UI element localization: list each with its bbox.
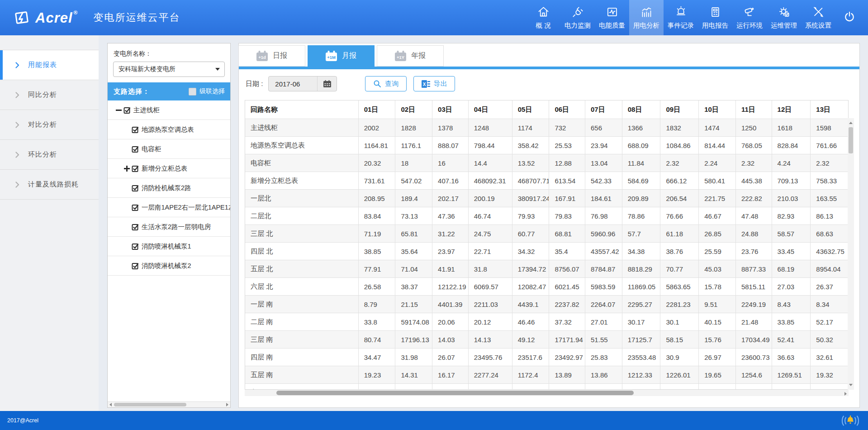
tree-horizontal-scrollbar[interactable] bbox=[108, 401, 230, 407]
nav-item-1[interactable]: 电力监测 bbox=[560, 0, 595, 35]
checked-checkbox-icon[interactable] bbox=[132, 243, 139, 250]
value-cell: 33.45 bbox=[772, 243, 811, 260]
table-horizontal-scrollbar[interactable] bbox=[245, 390, 849, 396]
value-cell: 14.4 bbox=[468, 154, 512, 172]
chevron-right-icon bbox=[15, 122, 19, 128]
calendar-icon[interactable] bbox=[317, 76, 337, 91]
scroll-down-arrow[interactable] bbox=[848, 383, 854, 389]
tree-node-7[interactable]: 消防喷淋机械泵1 bbox=[108, 237, 230, 256]
circuit-name-cell: 一层北 bbox=[245, 190, 358, 207]
value-cell: 25.53 bbox=[549, 137, 585, 154]
scroll-left-arrow[interactable] bbox=[108, 402, 114, 407]
value-cell: 407.16 bbox=[432, 172, 469, 190]
v-scrollbar-thumb[interactable] bbox=[849, 127, 853, 153]
tree-node-4[interactable]: 消防栓机械泵2路 bbox=[108, 178, 230, 198]
tree-scrollbar-thumb[interactable] bbox=[114, 403, 186, 406]
tree-node-6[interactable]: 生活水泵2路一层弱电房 bbox=[108, 217, 230, 237]
cascade-checkbox[interactable] bbox=[189, 88, 196, 96]
tree-node-0[interactable]: 主进线柜 bbox=[108, 100, 230, 120]
tab-monthly-report[interactable]: +1M 月报 bbox=[308, 45, 375, 67]
sidebar-item-2[interactable]: 对比分析 bbox=[0, 110, 99, 140]
tree-node-1[interactable]: 地源热泵空调总表 bbox=[108, 120, 230, 139]
circuit-name-cell: 地源热泵空调总表 bbox=[245, 137, 358, 154]
brand: Acrel® 变电所运维云平台 bbox=[13, 10, 180, 26]
value-cell: 814.44 bbox=[699, 137, 736, 154]
app-title: 变电所运维云平台 bbox=[93, 11, 180, 24]
checked-checkbox-icon[interactable] bbox=[132, 262, 139, 270]
tree-node-8[interactable]: 消防喷淋机械泵2 bbox=[108, 256, 230, 276]
nav-item-0[interactable]: 概 况 bbox=[526, 0, 560, 35]
value-cell: 6021.45 bbox=[549, 278, 585, 296]
nav-item-8[interactable]: 系统设置 bbox=[801, 0, 835, 35]
checked-checkbox-icon[interactable] bbox=[132, 126, 139, 134]
expand-plus-icon[interactable] bbox=[124, 166, 132, 172]
value-cell: 8.43 bbox=[772, 296, 811, 313]
nav-item-3[interactable]: 用电分析 bbox=[629, 0, 664, 35]
nav-item-6[interactable]: 运行环境 bbox=[732, 0, 767, 35]
checked-checkbox-icon[interactable] bbox=[132, 204, 139, 211]
value-cell: 23.97 bbox=[432, 243, 469, 260]
checked-checkbox-icon[interactable] bbox=[132, 184, 139, 192]
query-button[interactable]: 查询 bbox=[365, 76, 407, 91]
checked-checkbox-icon[interactable] bbox=[132, 223, 139, 231]
collapse-minus-icon[interactable] bbox=[116, 107, 123, 113]
value-cell: 19.32 bbox=[811, 366, 849, 384]
value-cell: 70.77 bbox=[660, 260, 699, 278]
value-cell: 59174.08 bbox=[395, 313, 432, 331]
report-toolbar: 日期 : 2017-06 bbox=[239, 76, 859, 91]
checked-checkbox-icon[interactable] bbox=[123, 106, 131, 114]
chevron-right-icon bbox=[15, 182, 19, 188]
table-row-10: 一层 南8.7921.154401.392211.034439.12237.82… bbox=[245, 296, 849, 313]
value-cell: 8756.07 bbox=[549, 260, 585, 278]
h-scrollbar-thumb[interactable] bbox=[276, 391, 634, 395]
value-cell: 28771.86 bbox=[622, 384, 660, 390]
value-cell: 32.61 bbox=[811, 349, 849, 366]
tree-node-3[interactable]: 新增分立柜总表 bbox=[108, 159, 230, 178]
table-vertical-scrollbar[interactable] bbox=[848, 118, 854, 390]
column-header-day-6: 06日 bbox=[549, 100, 585, 119]
cascade-label: 级联选择 bbox=[199, 87, 225, 96]
value-cell: 17125.7 bbox=[622, 331, 660, 349]
logout-power-button[interactable] bbox=[835, 0, 863, 35]
nav-item-label: 系统设置 bbox=[805, 21, 831, 30]
scroll-right-arrow[interactable] bbox=[843, 391, 849, 397]
tree-node-2[interactable]: 电容柜 bbox=[108, 139, 230, 159]
sidebar-item-0[interactable]: 用能报表 bbox=[0, 50, 99, 80]
sidebar-item-4[interactable]: 计量及线路损耗 bbox=[0, 170, 99, 200]
value-cell: 761.66 bbox=[811, 137, 849, 154]
station-select[interactable]: 安科瑞新大楼变电所 bbox=[113, 62, 225, 77]
scroll-right-arrow[interactable] bbox=[224, 402, 230, 407]
value-cell: 23553.48 bbox=[622, 349, 660, 366]
value-cell: 78.86 bbox=[622, 207, 660, 225]
value-cell: 206.54 bbox=[660, 190, 699, 207]
value-cell: 189.4 bbox=[395, 190, 432, 207]
value-cell: 2.32 bbox=[811, 154, 849, 172]
circuit-name-cell: 五层 南 bbox=[245, 366, 358, 384]
value-cell: 798.44 bbox=[468, 137, 512, 154]
value-cell: 8.79 bbox=[358, 296, 395, 313]
value-cell: 41.97 bbox=[395, 384, 432, 390]
nav-item-2[interactable]: 电能质量 bbox=[595, 0, 629, 35]
value-cell: 19.23 bbox=[358, 366, 395, 384]
notification-bell-button[interactable] bbox=[840, 415, 861, 429]
value-cell: 76.66 bbox=[660, 207, 699, 225]
tab-yearly-report[interactable]: +1Y 年报 bbox=[377, 45, 444, 67]
sidebar-item-3[interactable]: 环比分析 bbox=[0, 140, 99, 170]
value-cell: 1254.6 bbox=[735, 366, 772, 384]
value-cell: 57.7 bbox=[622, 225, 660, 243]
sidebar-item-1[interactable]: 同比分析 bbox=[0, 80, 99, 110]
scroll-up-arrow[interactable] bbox=[848, 119, 854, 125]
value-cell: 27.01 bbox=[585, 313, 622, 331]
nav-item-7[interactable]: 运维管理 bbox=[767, 0, 801, 35]
value-cell: 35.64 bbox=[395, 243, 432, 260]
export-button[interactable]: X 导出 bbox=[413, 76, 455, 91]
checked-checkbox-icon[interactable] bbox=[132, 145, 139, 153]
nav-item-4[interactable]: 事件记录 bbox=[664, 0, 698, 35]
date-input[interactable]: 2017-06 bbox=[268, 76, 337, 91]
nav-item-5[interactable]: 用电报告 bbox=[698, 0, 732, 35]
tab-daily-report[interactable]: +1d 日报 bbox=[238, 45, 305, 67]
value-cell: 5863.65 bbox=[660, 278, 699, 296]
tree-node-5[interactable]: 一层南1APE2右一层北1APE1左 bbox=[108, 198, 230, 217]
top-header: Acrel® 变电所运维云平台 概 况电力监测电能质量用电分析事件记录用电报告运… bbox=[0, 0, 868, 35]
checked-checkbox-icon[interactable] bbox=[132, 165, 139, 172]
